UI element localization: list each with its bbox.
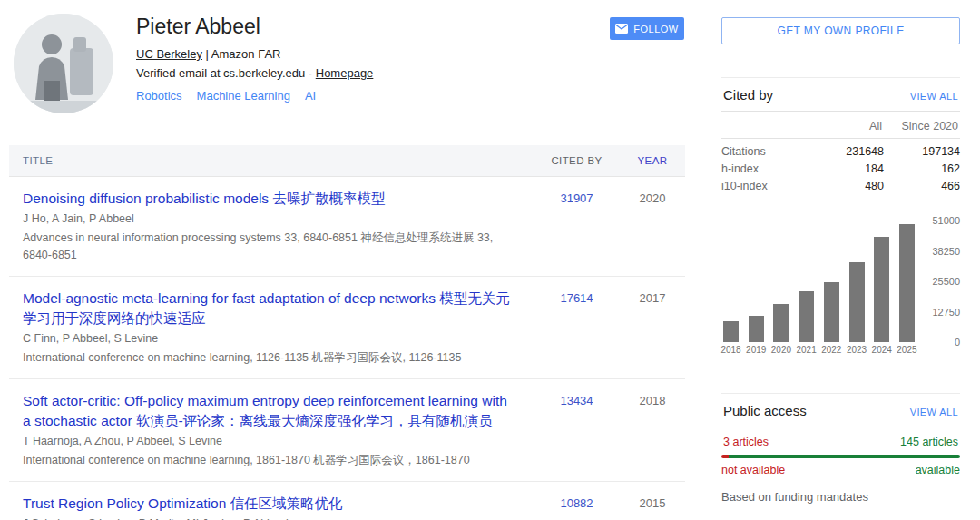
- metric-value-since: 197134: [884, 143, 960, 161]
- avatar-photo-placeholder: [14, 14, 113, 113]
- article-authors: C Finn, P Abbeel, S Levine: [23, 330, 514, 348]
- column-header-title[interactable]: TITLE: [9, 155, 534, 166]
- public-access-unavailable-count: 3 articles: [723, 436, 769, 448]
- chart-ytick-0: 0: [955, 337, 960, 348]
- chart-bar-2020[interactable]: [773, 304, 789, 342]
- article-main: Model-agnostic meta-learning for fast ad…: [9, 289, 534, 367]
- article-venue: International conference on machine lear…: [23, 452, 514, 469]
- affiliation-link[interactable]: UC Berkeley: [136, 47, 202, 61]
- publications-table-header: TITLE CITED BY YEAR: [9, 145, 685, 177]
- mail-icon: [615, 24, 628, 34]
- interests-list: RoboticsMachine LearningAI: [136, 89, 373, 103]
- chart-year-label-2021: 2021: [796, 345, 816, 355]
- article-title-link[interactable]: Soft actor-critic: Off-policy maximum en…: [23, 391, 514, 431]
- avatar[interactable]: [14, 14, 113, 113]
- metric-value-since: 162: [884, 161, 960, 178]
- public-access-progress-bar: [721, 455, 960, 458]
- chart-ytick-51000: 51000: [932, 215, 960, 226]
- chart-bar-2021[interactable]: [799, 291, 814, 342]
- homepage-link[interactable]: Homepage: [316, 66, 374, 80]
- citations-per-year-chart: 20182019202020212022202320242025 5100038…: [721, 210, 960, 357]
- article-title-link[interactable]: Trust Region Policy Optimization 信任区域策略优…: [23, 494, 514, 514]
- metric-label[interactable]: i10-index: [721, 178, 817, 195]
- interest-link-machine-learning[interactable]: Machine Learning: [197, 89, 290, 103]
- chart-bar-column-2020: 2020: [773, 221, 789, 342]
- article-venue: Advances in neural information processin…: [23, 230, 514, 264]
- cited-by-view-all-link[interactable]: VIEW ALL: [910, 91, 958, 102]
- metric-row-i10-index: i10-index480466: [721, 178, 960, 195]
- chart-bar-2023[interactable]: [849, 262, 865, 342]
- public-access-unavailable-label: not available: [721, 464, 785, 476]
- article-year: 2015: [620, 494, 685, 520]
- cited-by-col-since: Since 2020: [882, 120, 958, 132]
- chart-bar-2025[interactable]: [899, 224, 915, 342]
- chart-bar-column-2023: 2023: [849, 221, 865, 342]
- chart-ytick-38250: 38250: [932, 246, 960, 257]
- metric-row-citations: Citations231648197134: [721, 143, 960, 161]
- chart-year-label-2018: 2018: [720, 345, 740, 355]
- affiliation-rest: | Amazon FAR: [202, 47, 280, 61]
- public-access-unavailable-bar: [721, 455, 729, 458]
- chart-year-label-2019: 2019: [746, 345, 766, 355]
- page-title: Pieter Abbeel: [136, 15, 373, 39]
- cited-by-metrics: Citations231648197134h-index184162i10-in…: [721, 139, 960, 195]
- article-row: Denoising diffusion probabilistic models…: [9, 177, 685, 277]
- chart-year-label-2024: 2024: [872, 345, 892, 355]
- chart-year-label-2025: 2025: [897, 345, 916, 355]
- article-main: Soft actor-critic: Off-policy maximum en…: [9, 391, 534, 469]
- chart-bar-column-2019: 2019: [749, 221, 764, 342]
- article-row: Soft actor-critic: Off-policy maximum en…: [9, 379, 685, 482]
- column-header-year[interactable]: YEAR: [620, 155, 685, 166]
- sidebar: GET MY OWN PROFILE Cited by VIEW ALL All…: [721, 0, 960, 504]
- article-authors: T Haarnoja, A Zhou, P Abbeel, S Levine: [23, 433, 514, 450]
- cited-by-column-headers: All Since 2020: [721, 112, 960, 139]
- metric-label[interactable]: h-index: [721, 161, 817, 178]
- metric-label[interactable]: Citations: [721, 143, 817, 161]
- articles-list: Denoising diffusion probabilistic models…: [9, 177, 685, 520]
- article-cited-by-link[interactable]: 13434: [534, 391, 620, 469]
- chart-bar-2022[interactable]: [824, 282, 839, 342]
- article-title-link[interactable]: Model-agnostic meta-learning for fast ad…: [23, 289, 514, 329]
- profile-info: Pieter Abbeel UC Berkeley | Amazon FAR V…: [136, 15, 373, 103]
- article-authors: J Ho, A Jain, P Abbeel: [23, 211, 514, 228]
- article-year: 2017: [620, 289, 685, 367]
- article-year: 2020: [620, 189, 685, 264]
- chart-bar-column-2025: 2025: [899, 221, 915, 342]
- verified-email: Verified email at cs.berkeley.edu - Home…: [136, 66, 373, 80]
- article-main: Trust Region Policy Optimization 信任区域策略优…: [9, 494, 534, 520]
- article-cited-by-link[interactable]: 17614: [534, 289, 620, 367]
- article-cited-by-link[interactable]: 10882: [534, 494, 620, 520]
- article-cited-by-link[interactable]: 31907: [534, 189, 620, 264]
- chart-year-label-2020: 2020: [771, 345, 791, 355]
- metric-value-all: 480: [817, 178, 884, 195]
- follow-button[interactable]: FOLLOW: [610, 17, 684, 40]
- cited-by-section: Cited by VIEW ALL All Since 2020 Citatio…: [721, 77, 960, 195]
- cited-by-col-all: All: [815, 120, 882, 132]
- article-authors: J Schulman, S Levine, P Moritz, MI Jorda…: [23, 515, 514, 520]
- chart-bar-2024[interactable]: [874, 237, 889, 342]
- article-main: Denoising diffusion probabilistic models…: [9, 189, 534, 264]
- chart-bar-2018[interactable]: [723, 321, 739, 342]
- chart-ytick-12750: 12750: [932, 307, 960, 318]
- metric-value-since: 466: [884, 178, 960, 195]
- public-access-available-label: available: [916, 464, 960, 476]
- cited-by-title: Cited by: [723, 87, 773, 103]
- chart-ytick-25500: 25500: [932, 276, 960, 287]
- public-access-view-all-link[interactable]: VIEW ALL: [910, 407, 958, 417]
- chart-bar-2019[interactable]: [749, 316, 764, 342]
- article-row: Model-agnostic meta-learning for fast ad…: [9, 277, 685, 379]
- chart-year-label-2023: 2023: [847, 345, 867, 355]
- interest-link-robotics[interactable]: Robotics: [136, 89, 182, 103]
- chart-bar-column-2022: 2022: [824, 221, 839, 342]
- scholar-profile-page: Pieter Abbeel UC Berkeley | Amazon FAR V…: [0, 0, 980, 520]
- interest-link-ai[interactable]: AI: [305, 89, 316, 103]
- chart-plot-area: 20182019202020212022202320242025: [723, 221, 915, 342]
- follow-button-label: FOLLOW: [633, 24, 678, 34]
- chart-bar-column-2018: 2018: [723, 221, 739, 342]
- article-venue: International conference on machine lear…: [23, 349, 514, 367]
- get-my-own-profile-button[interactable]: GET MY OWN PROFILE: [721, 17, 960, 44]
- article-title-link[interactable]: Denoising diffusion probabilistic models…: [23, 189, 514, 209]
- column-header-cited-by[interactable]: CITED BY: [534, 155, 620, 166]
- public-access-available-bar: [729, 455, 960, 458]
- metric-value-all: 184: [817, 161, 884, 178]
